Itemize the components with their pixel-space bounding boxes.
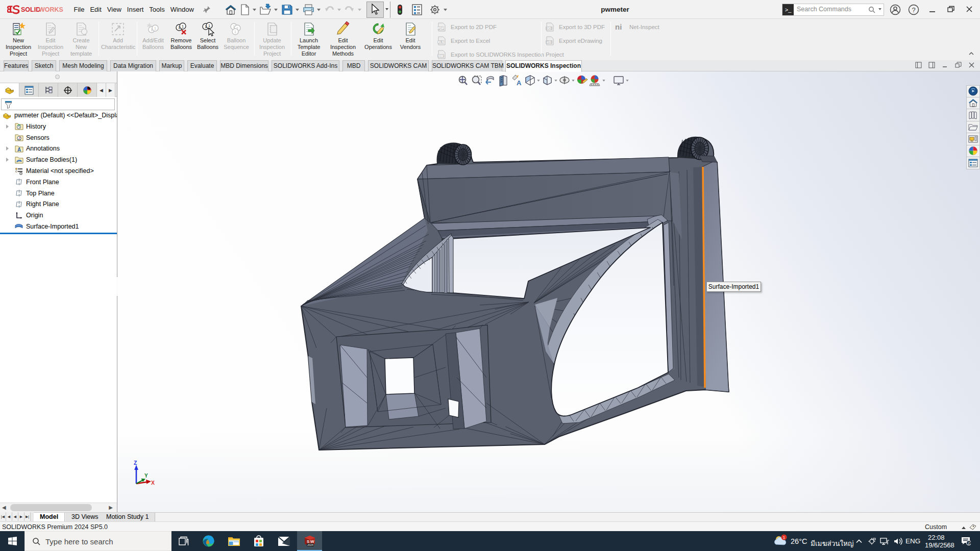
svg-text:WORKS: WORKS [39,6,63,13]
svg-text:1: 1 [154,26,157,31]
svg-text:Z: Z [134,460,137,466]
svg-text:SOLID: SOLID [21,6,40,13]
svg-text:?: ? [912,6,915,14]
svg-text:XLS: XLS [437,40,444,44]
svg-text:3D: 3D [547,27,551,30]
svg-text:A: A [517,79,522,87]
svg-text:SW: SW [438,54,444,58]
svg-text:2: 2 [968,541,970,545]
svg-text:2024: 2024 [307,543,313,546]
svg-text:PDF: PDF [437,27,444,30]
svg-text:A: A [17,146,21,152]
svg-text:1: 1 [208,23,211,28]
svg-text:Y: Y [144,473,148,479]
svg-text:eD: eD [547,40,551,44]
svg-text:1: 1 [783,535,786,540]
svg-text:X: X [151,480,155,486]
svg-text:1: 1 [182,24,184,29]
svg-text:ni: ni [615,22,622,31]
svg-text:1: 1 [234,30,237,34]
